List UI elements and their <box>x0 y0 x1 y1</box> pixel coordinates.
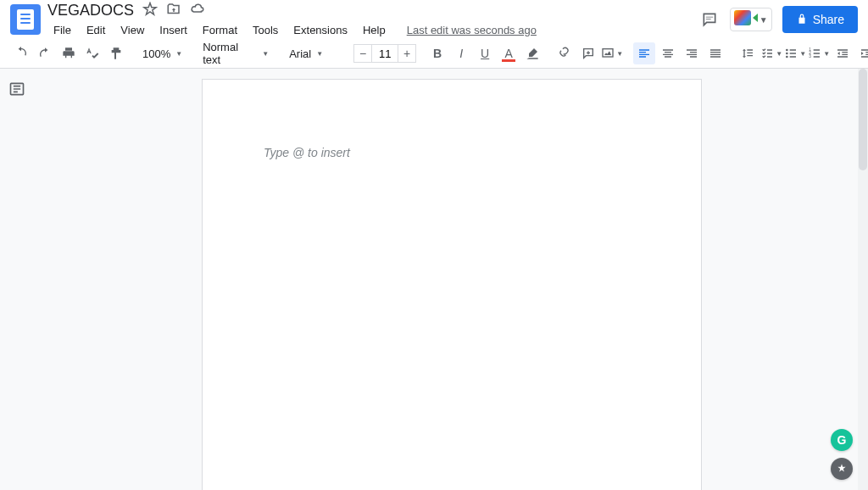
increase-indent-button[interactable] <box>855 42 868 64</box>
checklist-button[interactable]: ▼ <box>760 42 782 64</box>
menu-extensions[interactable]: Extensions <box>287 22 353 38</box>
svg-text:3: 3 <box>810 54 812 58</box>
highlight-button[interactable] <box>521 42 543 64</box>
placeholder-text: Type @ to insert <box>264 146 350 159</box>
svg-point-1 <box>786 49 788 52</box>
left-rail <box>0 69 36 490</box>
document-title[interactable]: VEGADOCS <box>47 2 134 19</box>
align-center-button[interactable] <box>657 42 679 64</box>
title-area: VEGADOCS File Edit View Insert Format To… <box>47 2 699 38</box>
share-label: Share <box>813 13 844 26</box>
scrollbar[interactable] <box>858 69 868 490</box>
chevron-down-icon: ▼ <box>316 50 323 58</box>
explore-button[interactable] <box>831 458 853 480</box>
editor-area: Type @ to insert <box>0 69 868 490</box>
redo-button[interactable] <box>34 42 56 64</box>
chevron-down-icon: ▼ <box>760 15 768 25</box>
move-icon[interactable] <box>166 2 181 20</box>
meet-icon <box>734 10 758 29</box>
header: VEGADOCS File Edit View Insert Format To… <box>0 0 868 39</box>
page[interactable]: Type @ to insert <box>202 79 702 490</box>
insert-link-button[interactable] <box>554 42 576 64</box>
italic-button[interactable]: I <box>450 42 472 64</box>
increase-font-button[interactable]: + <box>398 44 416 63</box>
bold-button[interactable]: B <box>426 42 448 64</box>
svg-point-3 <box>786 56 788 58</box>
line-spacing-button[interactable] <box>737 42 759 64</box>
menu-file[interactable]: File <box>47 22 77 38</box>
grammarly-icon[interactable]: G <box>831 429 853 451</box>
add-comment-button[interactable] <box>577 42 599 64</box>
menu-edit[interactable]: Edit <box>81 22 111 38</box>
numbered-list-button[interactable]: 123▼ <box>808 42 830 64</box>
menu-format[interactable]: Format <box>197 22 243 38</box>
font-size-input[interactable] <box>372 44 398 63</box>
cloud-status-icon[interactable] <box>190 2 205 20</box>
decrease-indent-button[interactable] <box>832 42 854 64</box>
menu-view[interactable]: View <box>114 22 150 38</box>
spellcheck-button[interactable] <box>81 42 103 64</box>
menu-bar: File Edit View Insert Format Tools Exten… <box>47 22 699 38</box>
scrollbar-thumb[interactable] <box>859 69 867 170</box>
font-size-group: − + <box>353 44 416 63</box>
svg-rect-0 <box>603 49 613 57</box>
align-justify-button[interactable] <box>704 42 726 64</box>
zoom-dropdown[interactable]: 100% ▼ <box>137 42 187 64</box>
paint-format-button[interactable] <box>105 42 127 64</box>
chevron-down-icon: ▼ <box>175 50 182 58</box>
text-color-button[interactable]: A <box>498 42 520 64</box>
comments-history-icon[interactable] <box>699 9 720 30</box>
underline-button[interactable]: U <box>474 42 496 64</box>
toolbar: 100% ▼ Normal text ▼ Arial ▼ − + B I U A… <box>0 39 868 69</box>
share-button[interactable]: Share <box>782 6 858 33</box>
outline-toggle-icon[interactable] <box>8 81 27 99</box>
menu-help[interactable]: Help <box>357 22 392 38</box>
bulleted-list-button[interactable]: ▼ <box>784 42 806 64</box>
align-left-button[interactable] <box>633 42 655 64</box>
meet-button[interactable]: ▼ <box>730 8 772 31</box>
print-button[interactable] <box>58 42 80 64</box>
svg-point-2 <box>786 53 788 55</box>
style-dropdown[interactable]: Normal text ▼ <box>198 42 274 64</box>
undo-button[interactable] <box>10 42 32 64</box>
star-icon[interactable] <box>142 2 158 20</box>
decrease-font-button[interactable]: − <box>353 44 372 63</box>
align-right-button[interactable] <box>681 42 703 64</box>
last-edit-link[interactable]: Last edit was seconds ago <box>405 22 538 38</box>
font-dropdown[interactable]: Arial ▼ <box>284 42 343 64</box>
menu-tools[interactable]: Tools <box>247 22 284 38</box>
insert-image-button[interactable]: ▼ <box>601 42 623 64</box>
menu-insert[interactable]: Insert <box>153 22 193 38</box>
docs-logo[interactable] <box>10 4 41 35</box>
chevron-down-icon: ▼ <box>262 50 269 58</box>
document-canvas[interactable]: Type @ to insert <box>36 69 868 490</box>
